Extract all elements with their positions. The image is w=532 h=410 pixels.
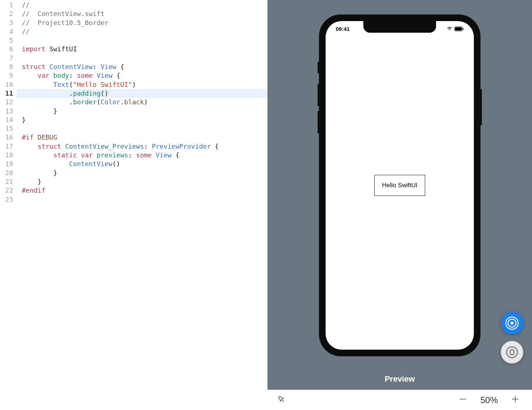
code-line[interactable]: .border(Color.black): [17, 98, 267, 106]
code-line[interactable]: [17, 195, 267, 204]
code-line[interactable]: //: [17, 27, 267, 36]
code-line[interactable]: import SwiftUI: [17, 45, 267, 53]
code-line[interactable]: [17, 124, 267, 133]
hello-text-view: Hello SwiftUI: [374, 175, 425, 196]
device-frame: 09:41 Hello SwiftUI: [319, 15, 480, 356]
code-line[interactable]: // Project10.5_Border: [17, 19, 267, 27]
preview-toolbar: 50%: [267, 390, 532, 410]
device-side-button: [318, 111, 319, 133]
code-line[interactable]: .padding(): [17, 89, 267, 98]
code-line[interactable]: ContentView(): [17, 160, 267, 168]
code-line[interactable]: Text("Hello SwiftUI"): [17, 80, 267, 89]
code-line[interactable]: }: [17, 116, 267, 124]
preview-canvas[interactable]: 09:41 Hello SwiftUI: [267, 0, 532, 374]
code-editor[interactable]: 1234567891011121314151617181920212223 //…: [0, 0, 267, 410]
code-line[interactable]: #endif: [17, 186, 267, 195]
code-line[interactable]: #if DEBUG: [17, 133, 267, 142]
plus-icon: [511, 395, 520, 403]
device-side-button: [318, 84, 319, 106]
zoom-level: 50%: [480, 395, 498, 405]
line-number-gutter: 1234567891011121314151617181920212223: [0, 1, 17, 204]
svg-point-6: [507, 347, 517, 358]
svg-rect-5: [511, 322, 513, 325]
device-notch: [363, 21, 436, 33]
device-side-button: [480, 89, 482, 125]
live-preview-icon: [505, 316, 519, 330]
minus-icon: [459, 395, 467, 403]
duplicate-preview-button[interactable]: [501, 341, 523, 363]
pin-icon: [277, 395, 286, 404]
code-line[interactable]: [17, 36, 267, 45]
code-line[interactable]: }: [17, 107, 267, 116]
svg-line-8: [282, 399, 284, 402]
code-line[interactable]: [17, 54, 267, 63]
code-line[interactable]: struct ContentView: View {: [17, 63, 267, 71]
preview-pane: 09:41 Hello SwiftUI: [267, 0, 532, 410]
device-screen: 09:41 Hello SwiftUI: [326, 21, 474, 350]
code-line[interactable]: }: [17, 177, 267, 186]
code-content[interactable]: //// ContentView.swift// Project10.5_Bor…: [17, 1, 267, 204]
code-line[interactable]: static var previews: some View {: [17, 151, 267, 160]
svg-rect-7: [510, 350, 514, 355]
preview-label: Preview: [267, 374, 532, 390]
code-line[interactable]: var body: some View {: [17, 71, 267, 80]
live-preview-button[interactable]: [501, 312, 523, 334]
code-line[interactable]: }: [17, 169, 267, 177]
code-line[interactable]: //: [17, 1, 267, 9]
device-side-button: [318, 62, 319, 73]
code-line[interactable]: // ContentView.swift: [17, 9, 267, 18]
zoom-in-button[interactable]: [508, 393, 523, 407]
pin-button[interactable]: [277, 395, 286, 406]
zoom-out-button[interactable]: [456, 393, 470, 407]
duplicate-icon: [505, 346, 519, 359]
code-line[interactable]: struct ContentView_Previews: PreviewProv…: [17, 142, 267, 151]
zoom-controls: 50%: [456, 393, 523, 407]
preview-content: Hello SwiftUI: [326, 21, 474, 350]
